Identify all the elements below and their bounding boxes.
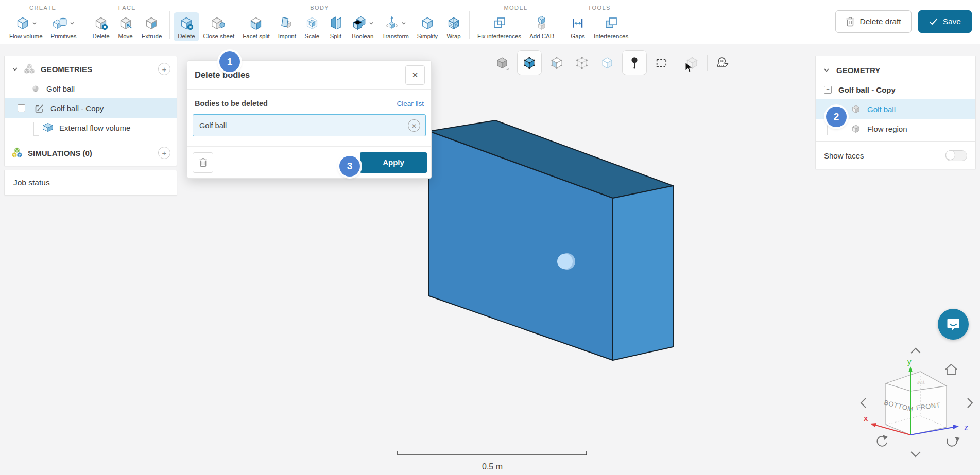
golf-ball-icon	[30, 83, 41, 94]
toolbar-group-face: FACE Delete Move	[88, 3, 166, 41]
tool-move-face[interactable]: Move	[114, 12, 137, 41]
geometry-panel-header[interactable]: GEOMETRY	[816, 60, 975, 80]
tree-item-external-flow-volume[interactable]: External flow volume	[5, 118, 177, 137]
remove-body-icon[interactable]: ✕	[408, 119, 420, 132]
rotate-ccw-button[interactable]	[877, 435, 888, 446]
chevron-down-icon[interactable]	[11, 65, 19, 73]
cube-top-label: TOP	[917, 380, 925, 385]
tool-label: Imprint	[278, 33, 296, 39]
clear-list-link[interactable]: Clear list	[397, 100, 424, 108]
tool-add-cad[interactable]: Add CAD	[525, 12, 558, 41]
select-vertices-icon	[575, 56, 589, 70]
add-cad-icon	[534, 15, 549, 31]
chevron-down-icon[interactable]	[823, 66, 830, 74]
extrude-icon	[144, 15, 159, 31]
geometry-root-golf-ball-copy[interactable]: − Golf ball - Copy	[816, 80, 975, 99]
rotate-left-chevron[interactable]	[861, 398, 866, 408]
panel-divider	[5, 140, 177, 140]
tool-simplify[interactable]: Simplify	[413, 12, 442, 41]
sidebar-item-geometries[interactable]: GEOMETRIES +	[5, 59, 177, 79]
tool-imprint[interactable]: Imprint	[274, 12, 300, 41]
left-sidebar: GEOMETRIES + Golf ball − Golf ball - Cop…	[4, 56, 177, 196]
tool-wrap[interactable]: Wrap	[442, 12, 466, 41]
rotate-down-chevron[interactable]	[911, 452, 920, 456]
tool-label: Boolean	[352, 33, 373, 39]
toolbar-divider	[84, 11, 84, 39]
geometry-flow-region-box[interactable]	[429, 120, 673, 360]
rotate-right-chevron[interactable]	[968, 398, 972, 408]
tool-flow-volume[interactable]: Flow volume	[5, 12, 47, 41]
chevron-down-icon[interactable]	[70, 21, 75, 26]
tool-label: Delete	[92, 33, 109, 39]
tree-item-golf-ball[interactable]: Golf ball	[5, 79, 177, 98]
tool-interferences[interactable]: Interferences	[590, 12, 632, 41]
add-simulation-button[interactable]: +	[158, 147, 170, 159]
sidebar-item-simulations[interactable]: SIMULATIONS (0) +	[5, 143, 177, 163]
tool-label: Extrude	[142, 33, 162, 39]
tool-delete-body[interactable]: Delete	[174, 12, 199, 41]
boolean-icon	[352, 15, 367, 31]
show-faces-toggle[interactable]	[945, 150, 967, 161]
select-faces-button[interactable]	[546, 52, 567, 73]
select-bodies-button[interactable]	[517, 50, 542, 75]
tool-boolean[interactable]: Boolean	[348, 12, 378, 41]
toolbar-group-model: MODEL Fix interferences Add CAD	[473, 3, 558, 41]
measure-button[interactable]	[712, 52, 733, 73]
collapse-minus-icon[interactable]: −	[18, 104, 25, 112]
delete-face-icon	[93, 15, 109, 31]
probe-point-button[interactable]	[622, 50, 647, 75]
dialog-trash-button[interactable]	[193, 152, 213, 173]
chevron-down-icon[interactable]	[369, 21, 374, 26]
add-geometry-button[interactable]: +	[158, 63, 170, 75]
chevron-down-icon[interactable]	[401, 21, 406, 26]
chat-support-button[interactable]	[938, 309, 969, 340]
delete-draft-label: Delete draft	[860, 17, 901, 26]
collapse-minus-icon[interactable]: −	[824, 86, 832, 94]
tree-item-label: Golf ball - Copy	[50, 104, 104, 113]
probe-pin-icon	[627, 56, 642, 70]
group-label-model: MODEL	[504, 3, 528, 12]
tool-close-sheet[interactable]: Close sheet	[199, 12, 239, 41]
rotate-cw-button[interactable]	[947, 437, 960, 446]
tool-gaps[interactable]: Gaps	[566, 12, 590, 41]
orientation-cube[interactable]: BOTTOM FRONT TOP	[883, 372, 947, 435]
rotate-up-chevron[interactable]	[911, 348, 920, 353]
simplify-icon	[420, 15, 435, 31]
chevron-down-icon[interactable]	[32, 21, 37, 26]
tool-fix-interferences[interactable]: Fix interferences	[473, 12, 525, 41]
apply-button[interactable]: Apply	[360, 152, 427, 173]
tool-primitives[interactable]: Primitives	[47, 12, 81, 41]
tool-label: Wrap	[446, 33, 460, 39]
geometries-icon	[23, 63, 36, 75]
group-label-face: FACE	[118, 3, 136, 12]
tree-item-golf-ball-copy-selected[interactable]: − Golf ball - Copy	[5, 98, 177, 118]
tool-label: Simplify	[417, 33, 438, 39]
select-bodies-icon	[522, 56, 537, 70]
home-view-button[interactable]	[945, 364, 957, 375]
step-badge-1: 1	[219, 51, 240, 72]
tool-extrude[interactable]: Extrude	[137, 12, 166, 41]
xray-select-button[interactable]	[597, 52, 617, 73]
move-face-icon	[118, 15, 133, 31]
delete-draft-button[interactable]: Delete draft	[835, 10, 912, 33]
delete-body-icon	[179, 15, 194, 31]
dialog-close-button[interactable]: ✕	[405, 65, 425, 85]
selected-body-field[interactable]: Golf ball ✕	[193, 114, 426, 136]
geometry-item-label: Flow region	[867, 125, 907, 133]
tool-split[interactable]: Split	[324, 12, 348, 41]
golf-ball-highlight[interactable]	[557, 253, 575, 270]
job-status-card[interactable]: Job status	[4, 170, 177, 196]
select-vertices-button[interactable]	[572, 52, 592, 73]
tool-transform[interactable]: Transform	[378, 12, 413, 41]
body-cube-icon	[851, 124, 861, 134]
gaps-icon	[570, 15, 586, 31]
trash-icon	[199, 157, 208, 167]
axis-x-label: x	[864, 414, 868, 423]
save-button[interactable]: Save	[918, 10, 972, 33]
delete-bodies-dialog: Delete bodies ✕ Bodies to be deleted Cle…	[187, 60, 432, 179]
render-mode-button[interactable]	[492, 52, 512, 73]
box-select-button[interactable]	[651, 52, 672, 73]
tool-facet-split[interactable]: Facet split	[238, 12, 273, 41]
tool-delete-face[interactable]: Delete	[88, 12, 113, 41]
tool-scale[interactable]: Scale	[300, 12, 324, 41]
